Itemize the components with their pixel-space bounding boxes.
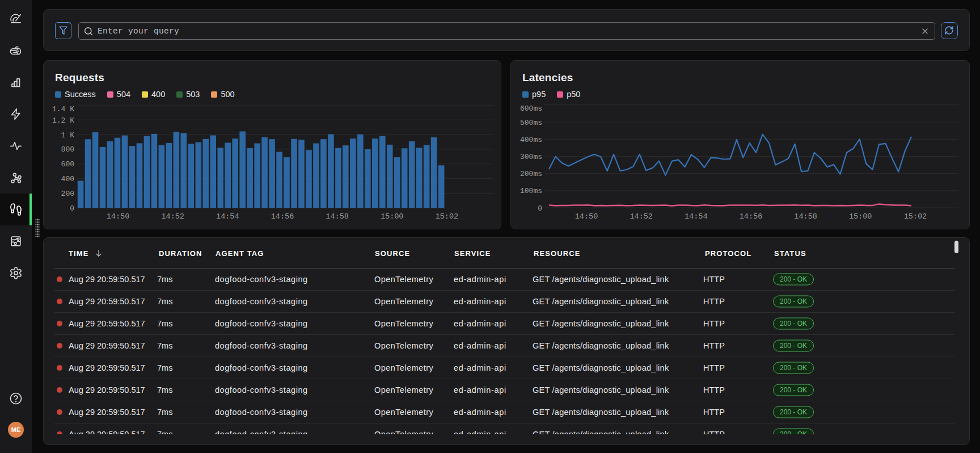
svg-text:0: 0 (70, 204, 74, 213)
svg-text:100ms: 100ms (520, 187, 542, 195)
svg-text:15:02: 15:02 (904, 212, 927, 221)
svg-text:14:54: 14:54 (685, 212, 708, 221)
svg-text:200ms: 200ms (520, 170, 542, 178)
svg-text:15:00: 15:00 (849, 212, 872, 221)
svg-text:600ms: 600ms (520, 104, 542, 113)
svg-text:14:50: 14:50 (575, 212, 598, 221)
svg-text:14:52: 14:52 (630, 212, 653, 221)
svg-text:15:02: 15:02 (436, 212, 459, 221)
svg-text:300ms: 300ms (520, 153, 542, 161)
svg-text:15:00: 15:00 (381, 212, 404, 221)
svg-text:14:56: 14:56 (271, 212, 294, 221)
svg-text:600: 600 (61, 160, 74, 169)
svg-text:14:54: 14:54 (216, 212, 239, 221)
svg-text:14:58: 14:58 (326, 212, 349, 221)
svg-text:1 K: 1 K (61, 131, 75, 140)
svg-text:14:52: 14:52 (161, 212, 184, 221)
svg-text:800: 800 (61, 145, 74, 154)
svg-text:200: 200 (61, 190, 74, 198)
svg-text:400: 400 (61, 175, 74, 183)
svg-text:14:50: 14:50 (107, 212, 130, 221)
svg-text:400ms: 400ms (520, 136, 542, 144)
svg-text:14:58: 14:58 (794, 212, 817, 221)
svg-text:500ms: 500ms (520, 119, 542, 127)
svg-text:1.4 K: 1.4 K (52, 105, 74, 114)
svg-text:14:56: 14:56 (740, 212, 763, 221)
svg-text:1.2 K: 1.2 K (52, 116, 74, 125)
svg-text:0: 0 (538, 204, 542, 213)
